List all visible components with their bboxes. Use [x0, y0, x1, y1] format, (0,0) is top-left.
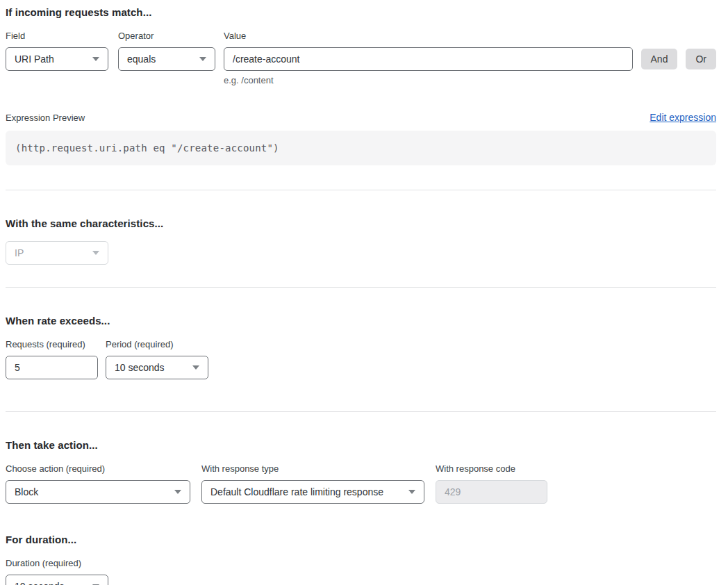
period-column: Period (required) 10 seconds	[106, 338, 208, 379]
value-helper-text: e.g. /content	[224, 75, 633, 85]
response-type-column: With response type Default Cloudflare ra…	[201, 463, 424, 504]
edit-expression-link[interactable]: Edit expression	[650, 112, 716, 124]
requests-label: Requests (required)	[6, 338, 98, 350]
rate-limiting-rule-form: If incoming requests match... Field URI …	[0, 0, 728, 585]
response-type-label: With response type	[201, 463, 424, 475]
operator-label: Operator	[118, 30, 215, 42]
duration-select[interactable]: 10 seconds	[6, 575, 108, 585]
choose-action-column: Choose action (required) Block	[6, 463, 190, 504]
response-code-column: With response code	[436, 463, 547, 504]
period-label: Period (required)	[106, 338, 208, 350]
chevron-down-icon	[192, 365, 199, 370]
expression-preview-header: Expression Preview Edit expression	[6, 112, 716, 124]
field-column: Field URI Path	[6, 30, 108, 71]
operator-select-value: equals	[127, 53, 156, 65]
and-button-column: And	[641, 30, 678, 69]
operator-column: Operator equals	[118, 30, 215, 71]
duration-section: For duration... Duration (required) 10 s…	[6, 533, 716, 585]
expression-preview-box: (http.request.uri.path eq "/create-accou…	[6, 131, 716, 165]
action-section: Then take action... Choose action (requi…	[6, 438, 716, 504]
requests-input[interactable]	[6, 356, 98, 379]
expression-code: (http.request.uri.path eq "/create-accou…	[15, 142, 279, 154]
match-section: If incoming requests match... Field URI …	[6, 6, 716, 85]
field-select[interactable]: URI Path	[6, 47, 108, 71]
value-label: Value	[224, 30, 633, 42]
characteristic-select: IP	[6, 241, 108, 265]
value-input[interactable]	[224, 47, 633, 71]
action-heading: Then take action...	[6, 438, 716, 452]
duration-heading: For duration...	[6, 533, 716, 546]
action-row: Choose action (required) Block With resp…	[6, 463, 716, 504]
expression-preview-label: Expression Preview	[6, 112, 85, 124]
response-code-label: With response code	[436, 463, 547, 475]
or-button[interactable]: Or	[686, 49, 716, 69]
response-type-select-value: Default Cloudflare rate limiting respons…	[210, 486, 383, 497]
period-select-value: 10 seconds	[115, 362, 165, 373]
section-divider	[6, 411, 716, 412]
rate-section: When rate exceeds... Requests (required)…	[6, 314, 716, 379]
or-button-column: Or	[686, 30, 716, 69]
duration-label: Duration (required)	[6, 557, 108, 569]
choose-action-select[interactable]: Block	[6, 480, 190, 504]
duration-column: Duration (required) 10 seconds	[6, 557, 108, 585]
choose-action-label: Choose action (required)	[6, 463, 190, 475]
section-divider	[6, 287, 716, 288]
requests-column: Requests (required)	[6, 338, 98, 379]
duration-select-value: 10 seconds	[15, 581, 65, 585]
chevron-down-icon	[92, 57, 99, 61]
period-select[interactable]: 10 seconds	[106, 356, 208, 379]
response-type-select[interactable]: Default Cloudflare rate limiting respons…	[201, 480, 424, 504]
rate-heading: When rate exceeds...	[6, 314, 716, 327]
choose-action-select-value: Block	[15, 486, 38, 497]
characteristics-heading: With the same characteristics...	[6, 217, 716, 230]
match-row: Field URI Path Operator equals Value e.g…	[6, 30, 716, 85]
chevron-down-icon	[199, 57, 206, 61]
rate-row: Requests (required) Period (required) 10…	[6, 338, 716, 379]
characteristics-section: With the same characteristics... IP	[6, 217, 716, 265]
operator-select[interactable]: equals	[118, 47, 215, 71]
chevron-down-icon	[174, 490, 181, 494]
chevron-down-icon	[408, 490, 415, 494]
section-divider	[6, 190, 716, 190]
response-code-input	[436, 480, 547, 504]
characteristic-select-value: IP	[15, 247, 24, 258]
expression-preview-section: Expression Preview Edit expression (http…	[6, 112, 716, 165]
value-column: Value e.g. /content	[224, 30, 633, 85]
field-label: Field	[6, 30, 108, 42]
chevron-down-icon	[92, 251, 99, 255]
field-select-value: URI Path	[15, 53, 54, 65]
and-button[interactable]: And	[641, 49, 678, 69]
match-section-heading: If incoming requests match...	[6, 6, 716, 19]
